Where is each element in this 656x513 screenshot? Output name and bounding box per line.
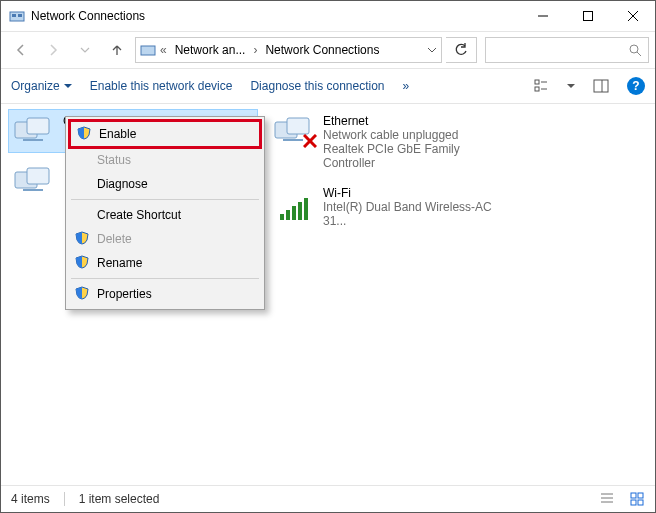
network-icon: [140, 42, 156, 58]
menu-item-status: Status: [69, 148, 261, 172]
shield-icon: [77, 126, 91, 140]
menu-item-create-shortcut[interactable]: Create Shortcut: [69, 203, 261, 227]
recent-dropdown[interactable]: [71, 36, 99, 64]
unplugged-icon: [303, 134, 317, 148]
connection-device: Intel(R) Dual Band Wireless-AC 31...: [323, 200, 513, 228]
details-view-button[interactable]: [599, 491, 615, 507]
svg-rect-11: [535, 87, 539, 91]
search-input[interactable]: [485, 37, 649, 63]
organize-label: Organize: [11, 79, 60, 93]
context-menu: Enable Status Diagnose Create Shortcut D…: [65, 116, 265, 310]
breadcrumb-1[interactable]: Network an...: [171, 41, 250, 59]
minimize-button[interactable]: [520, 2, 565, 31]
enable-label: Enable this network device: [90, 79, 233, 93]
wifi-signal-icon: [273, 186, 315, 222]
view-mode-button[interactable]: [533, 78, 549, 94]
diagnose-label: Diagnose this connection: [250, 79, 384, 93]
svg-rect-2: [18, 14, 22, 17]
svg-rect-7: [141, 46, 155, 55]
window-frame: Network Connections « Network an... › Ne…: [0, 0, 656, 513]
more-button[interactable]: »: [403, 79, 410, 93]
shield-icon: [75, 286, 89, 300]
preview-pane-button[interactable]: [593, 78, 609, 94]
close-button[interactable]: [610, 2, 655, 31]
chevron-right-icon: ›: [253, 43, 257, 57]
content-area: Cisco AnyConnect Secure Mobility Ethe: [1, 104, 655, 485]
refresh-button[interactable]: [446, 37, 477, 63]
svg-rect-17: [27, 118, 49, 134]
shield-icon: [75, 255, 89, 269]
svg-point-8: [630, 45, 638, 53]
connection-item[interactable]: Wi-Fi Intel(R) Dual Band Wireless-AC 31.…: [269, 182, 517, 232]
connection-status: Network cable unplugged: [323, 128, 513, 142]
svg-rect-1: [12, 14, 16, 17]
shield-icon: [75, 231, 89, 245]
svg-rect-23: [287, 118, 309, 134]
navbar: « Network an... › Network Connections: [1, 32, 655, 68]
address-bar[interactable]: « Network an... › Network Connections: [135, 37, 442, 63]
statusbar-separator: [64, 492, 65, 506]
titlebar: Network Connections: [1, 1, 655, 32]
enable-device-button[interactable]: Enable this network device: [90, 79, 233, 93]
svg-rect-10: [535, 80, 539, 84]
menu-label: Properties: [97, 287, 152, 301]
connection-item[interactable]: Ethernet Network cable unplugged Realtek…: [269, 110, 517, 174]
menu-label: Status: [97, 153, 131, 167]
connection-device: Realtek PCIe GbE Family Controller: [323, 142, 513, 170]
svg-rect-14: [594, 80, 608, 92]
menu-separator: [71, 199, 259, 200]
window-title: Network Connections: [31, 9, 520, 23]
menu-item-delete: Delete: [69, 227, 261, 251]
svg-rect-33: [638, 500, 643, 505]
menu-item-diagnose[interactable]: Diagnose: [69, 172, 261, 196]
organize-menu[interactable]: Organize: [11, 79, 72, 93]
menu-item-enable[interactable]: Enable: [68, 119, 262, 149]
tiles-view-button[interactable]: [629, 491, 645, 507]
back-button[interactable]: [7, 36, 35, 64]
chevron-down-icon[interactable]: [427, 45, 437, 55]
menu-separator: [71, 278, 259, 279]
statusbar: 4 items 1 item selected: [1, 485, 655, 512]
up-button[interactable]: [103, 36, 131, 64]
diagnose-button[interactable]: Diagnose this connection: [250, 79, 384, 93]
menu-label: Delete: [97, 232, 132, 246]
breadcrumb-sep: «: [160, 43, 167, 57]
search-icon: [628, 43, 642, 57]
adapter-icon: [13, 114, 55, 148]
menu-label: Enable: [99, 127, 136, 141]
toolbar: Organize Enable this network device Diag…: [1, 68, 655, 104]
svg-rect-4: [583, 12, 592, 21]
menu-label: Diagnose: [97, 177, 148, 191]
more-label: »: [403, 79, 410, 93]
chevron-down-icon[interactable]: [567, 82, 575, 90]
breadcrumb-2[interactable]: Network Connections: [261, 41, 383, 59]
item-count: 4 items: [11, 492, 50, 506]
svg-rect-31: [638, 493, 643, 498]
forward-button[interactable]: [39, 36, 67, 64]
menu-item-properties[interactable]: Properties: [69, 282, 261, 306]
menu-label: Rename: [97, 256, 142, 270]
svg-rect-30: [631, 493, 636, 498]
svg-rect-20: [27, 168, 49, 184]
selection-count: 1 item selected: [79, 492, 160, 506]
app-icon: [9, 8, 25, 24]
menu-item-rename[interactable]: Rename: [69, 251, 261, 275]
connections-col-2: Ethernet Network cable unplugged Realtek…: [269, 110, 517, 232]
connection-name: Wi-Fi: [323, 186, 513, 200]
maximize-button[interactable]: [565, 2, 610, 31]
adapter-icon: [13, 164, 55, 198]
svg-rect-32: [631, 500, 636, 505]
menu-label: Create Shortcut: [97, 208, 181, 222]
help-button[interactable]: ?: [627, 77, 645, 95]
connection-name: Ethernet: [323, 114, 513, 128]
svg-line-9: [637, 52, 641, 56]
